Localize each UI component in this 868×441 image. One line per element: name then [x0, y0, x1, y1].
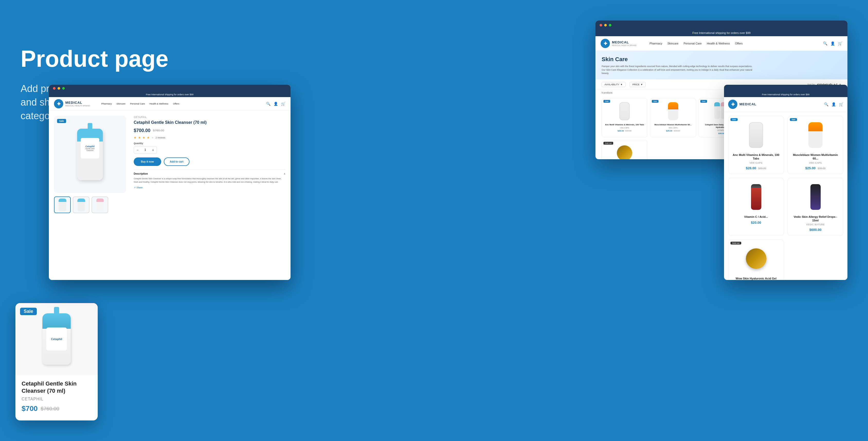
back-product-price-1: $26.00 $30.00	[604, 130, 645, 132]
right-products-panel: Free International shipping for orders o…	[724, 85, 847, 280]
back-user-icon[interactable]: 👤	[831, 41, 835, 45]
right-search-icon[interactable]: 🔍	[824, 102, 828, 106]
back-close-dot[interactable]	[599, 24, 602, 27]
float-product-brand: CETAPHIL	[22, 397, 92, 402]
share-icon: ↗	[134, 186, 136, 189]
front-maximize-dot[interactable]	[62, 87, 65, 90]
back-search-icon[interactable]: 🔍	[823, 41, 827, 45]
back-nav-personal-care[interactable]: Personal Care	[684, 42, 702, 45]
thumbnail-3[interactable]	[92, 197, 108, 213]
buy-now-button[interactable]: Buy it now	[134, 158, 161, 166]
float-bottle-label: Cetaphil	[46, 328, 67, 350]
back-nav-logo[interactable]: ✚ MEDICAL MEDICAL HEALTH BRAND	[600, 39, 637, 48]
quantity-decrease-button[interactable]: −	[134, 146, 141, 154]
float-product-card: Sale Cetaphil Cetaphil Gentle Skin Clean…	[16, 303, 98, 420]
right-sale-tag-1: Sale	[731, 118, 738, 121]
front-nav-pharmacy[interactable]: Pharmacy	[101, 102, 112, 105]
right-product-img-5	[732, 243, 780, 274]
page-title: Product page	[21, 46, 175, 72]
share-link[interactable]: ↗ Share	[134, 186, 285, 189]
back-price-filter[interactable]: PRICE ▼	[630, 82, 646, 87]
right-product-brand-2: VEE-CAPS	[792, 162, 839, 164]
right-product-price-2: $25.00 $39.00	[792, 166, 839, 170]
action-buttons: Buy it now Add to cart	[134, 158, 285, 166]
back-product-card-1[interactable]: Sale Anc Multi Vitamins & Minerals, 100 …	[601, 98, 647, 138]
quantity-increase-button[interactable]: +	[149, 146, 157, 154]
right-product-name-4: Vedic Skin Allergy Relief Drops - 15ml	[792, 215, 839, 223]
right-product-price-1: $26.00 $30.00	[732, 166, 780, 170]
front-user-icon[interactable]: 👤	[274, 102, 278, 106]
back-minimize-dot[interactable]	[604, 24, 607, 27]
right-product-img-4	[792, 181, 839, 212]
back-product-img-2	[653, 101, 693, 122]
back-product-brand-1: VEE-CAPS	[604, 127, 645, 129]
right-product-card-2[interactable]: Sale Muscleblaze Women Multivitamin 60..…	[787, 116, 843, 174]
back-sale-tag-1: Sale	[603, 100, 610, 103]
back-sale-tag-2: Sale	[652, 100, 658, 103]
right-cart-icon[interactable]: 🛒	[839, 102, 843, 106]
front-browser-window: Free International shipping for orders o…	[49, 85, 290, 280]
front-sale-badge: Sale	[57, 119, 66, 123]
back-product-price-2: $25.00 $39.00	[653, 130, 693, 132]
star-5: ★	[151, 136, 154, 139]
back-round-jar	[617, 145, 632, 159]
right-product-card-3[interactable]: Vitamin C / Acid... $20.00	[728, 178, 784, 236]
product-images-panel: Sale CetaphilGentle SkinCleanser	[49, 111, 131, 280]
right-announcement: Free International shipping for orders o…	[724, 92, 847, 97]
front-nav-logo[interactable]: ✚ MEDICAL MEDICAL HEALTH BRAND	[54, 99, 90, 108]
back-logo-icon: ✚	[600, 39, 610, 48]
right-nav: ✚ MEDICAL 🔍 👤 🛒	[724, 97, 847, 112]
float-product-name: Cetaphil Gentle Skin Cleanser (70 ml)	[22, 380, 92, 395]
back-pill-bottle-1	[619, 102, 630, 120]
product-detail-panel: CETAPHIL Cetaphil Gentle Skin Cleanser (…	[131, 111, 290, 280]
back-pill-bottle-2	[668, 102, 678, 120]
review-count: 2 reviews	[156, 136, 165, 139]
back-nav-health[interactable]: Health & Wellness	[707, 42, 730, 45]
front-nav-offers[interactable]: Offers	[173, 102, 179, 105]
back-cart-icon[interactable]: 🛒	[838, 41, 842, 45]
back-browser-topbar	[595, 21, 847, 30]
back-nav-offers[interactable]: Offers	[735, 42, 743, 45]
front-logo-text-container: MEDICAL MEDICAL HEALTH BRAND	[65, 101, 90, 106]
float-cetaphil-bottle: Cetaphil	[42, 313, 71, 365]
front-nav-personal-care[interactable]: Personal Care	[130, 102, 145, 105]
back-availability-filter[interactable]: AVAILABILITY ▼	[601, 82, 625, 87]
thumbnail-1[interactable]	[54, 197, 71, 213]
back-product-card-2[interactable]: Sale Muscleblaze Women Multivitamin 60..…	[650, 98, 696, 138]
front-close-dot[interactable]	[53, 87, 56, 90]
float-product-info: Cetaphil Gentle Skin Cleanser (70 ml) CE…	[16, 375, 98, 413]
front-nav-skincare[interactable]: Skincare	[117, 102, 125, 105]
back-nav-pharmacy[interactable]: Pharmacy	[649, 42, 662, 45]
back-product-card-6[interactable]: Sold out Wow Skin Hyaluronic Acid Gel SK…	[601, 140, 647, 159]
back-nav-skincare[interactable]: Skincare	[668, 42, 679, 45]
right-product-brand-1: VEE-CAPS	[732, 162, 780, 164]
add-to-cart-button[interactable]: Add to cart	[164, 158, 190, 166]
description-text: Cetaphil Gentle Skin Cleanser is a uniqu…	[134, 177, 285, 184]
front-bottle-label: CetaphilGentle SkinCleanser	[81, 138, 99, 159]
right-user-icon[interactable]: 👤	[832, 102, 836, 106]
right-product-card-4[interactable]: Vedic Skin Allergy Relief Drops - 15ml V…	[787, 178, 843, 236]
front-minimize-dot[interactable]	[58, 87, 60, 90]
thumbnail-2[interactable]	[73, 197, 90, 213]
back-logo-text: MEDICAL MEDICAL HEALTH BRAND	[612, 41, 637, 46]
right-product-name-2: Muscleblaze Women Multivitamin 60...	[792, 153, 839, 161]
description-chevron-icon[interactable]: ∧	[284, 172, 285, 175]
front-search-icon[interactable]: 🔍	[266, 102, 271, 106]
right-product-card-1[interactable]: Sale Anc Multi Vitamins & Minerals, 100 …	[728, 116, 784, 174]
float-product-price: $700 $760.00	[22, 405, 92, 413]
back-product-img-1	[604, 101, 645, 122]
right-product-brand-4: VEDIC NATURE	[792, 223, 839, 226]
right-product-name-1: Anc Multi Vitamins & Minerals, 100 Tabs	[732, 153, 780, 161]
right-product-card-5[interactable]: Sold out Wow Skin Hyaluronic Acid Gel SK…	[728, 239, 784, 280]
right-sale-tag-2: Sale	[790, 118, 797, 121]
float-price-original: $760.00	[41, 406, 59, 412]
front-cart-icon[interactable]: 🛒	[281, 102, 285, 106]
back-product-name-1: Anc Multi Vitamins & Minerals, 100 Tabs	[604, 124, 645, 126]
right-product-price-3: $20.00	[732, 220, 780, 225]
product-thumbnails	[54, 197, 126, 213]
right-nav-logo[interactable]: ✚ MEDICAL	[728, 100, 756, 109]
description-title: Description	[134, 172, 148, 175]
quantity-value: 1	[141, 148, 149, 151]
back-maximize-dot[interactable]	[609, 24, 611, 27]
front-nav-health[interactable]: Health & Wellness	[149, 102, 168, 105]
